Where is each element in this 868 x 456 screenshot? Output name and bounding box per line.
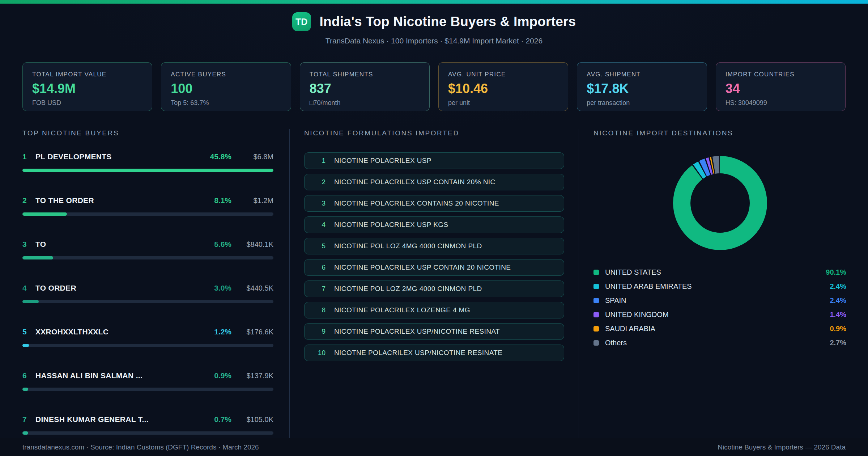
buyer-rank: 3 xyxy=(22,240,35,249)
stat-card-subtext: Top 5: 63.7% xyxy=(171,99,281,107)
stat-card-value: 34 xyxy=(726,82,836,95)
formulation-rank: 7 xyxy=(313,285,326,293)
buyer-percent: 0.7% xyxy=(198,415,231,424)
stat-card-subtext: per unit xyxy=(448,99,558,107)
buyer-rank: 7 xyxy=(22,415,35,424)
formulation-name: NICOTINE POLACRILEX CONTAINS 20 NICOTINE xyxy=(334,199,499,207)
stat-card: IMPORT COUNTRIES 34 HS: 30049099 xyxy=(716,62,846,111)
formulation-item: 10 NICOTNE POLACRILEX USP/NICOTINE RESIN… xyxy=(304,345,564,361)
destinations-section-title: NICOTINE IMPORT DESTINATIONS xyxy=(593,129,846,137)
destinations-section: NICOTINE IMPORT DESTINATIONS UNITED STAT… xyxy=(579,129,868,456)
page-title: India's Top Nicotine Buyers & Importers xyxy=(320,14,576,29)
buyer-progress-track xyxy=(22,300,273,303)
legend-label: SAUDI ARABIA xyxy=(605,325,655,333)
formulation-item: 8 NICOTINE POLACRILEX LOZENGE 4 MG xyxy=(304,302,564,318)
logo-badge: TD xyxy=(292,12,311,31)
stat-card: AVG. SHIPMENT $17.8K per transaction xyxy=(577,62,707,111)
formulation-rank: 1 xyxy=(313,157,326,165)
formulation-rank: 3 xyxy=(313,199,326,207)
stat-card-subtext: FOB USD xyxy=(32,99,142,107)
buyer-rank: 1 xyxy=(22,152,35,161)
buyer-percent: 45.8% xyxy=(198,152,231,161)
destinations-legend: UNITED STATES 90.1% UNITED ARAB EMIRATES… xyxy=(593,265,846,350)
buyer-progress-fill xyxy=(22,344,29,347)
buyer-name: HASSAN ALI BIN SALMAN ... xyxy=(35,371,142,380)
stat-card: ACTIVE BUYERS 100 Top 5: 63.7% xyxy=(161,62,291,111)
stat-card-value: $10.46 xyxy=(448,82,558,95)
legend-label: SPAIN xyxy=(605,296,626,305)
stat-card-label: TOTAL SHIPMENTS xyxy=(310,71,420,78)
buyer-name: XXROHXXLTHXXLC xyxy=(35,328,109,336)
page-header: TD India's Top Nicotine Buyers & Importe… xyxy=(0,4,868,54)
stat-card-label: ACTIVE BUYERS xyxy=(171,71,281,78)
formulation-rank: 10 xyxy=(313,349,326,357)
formulation-rank: 6 xyxy=(313,263,326,271)
buyer-progress-fill xyxy=(22,256,53,259)
buyer-row: 2 TO THE ORDER 8.1% $1.2M xyxy=(22,196,273,216)
buyer-row: 3 TO 5.6% $840.1K xyxy=(22,240,273,259)
formulation-rank: 9 xyxy=(313,328,326,335)
buyer-percent: 3.0% xyxy=(198,284,231,292)
formulation-rank: 5 xyxy=(313,242,326,250)
buyer-value: $440.5K xyxy=(236,284,273,292)
top-accent-bar xyxy=(0,0,868,4)
buyer-name: DINESH KUMAR GENERAL T... xyxy=(35,415,149,424)
stat-card: AVG. UNIT PRICE $10.46 per unit xyxy=(438,62,568,111)
buyer-progress-track xyxy=(22,431,273,435)
formulation-name: NICOTINE POL LOZ 4MG 4000 CINMON PLD xyxy=(334,242,482,250)
formulations-section: NICOTINE FORMULATIONS IMPORTED 1 NICOTIN… xyxy=(289,129,579,456)
page-subtitle: TransData Nexus · 100 Importers · $14.9M… xyxy=(0,37,868,45)
formulations-list: 1 NICOTINE POLACRILEX USP 2 NICOTINE POL… xyxy=(304,152,564,361)
formulation-name: NICOTINE POLACRILEX USP CONTAIN 20% NIC xyxy=(334,178,495,186)
buyer-rank: 5 xyxy=(22,328,35,336)
top-buyers-section: TOP NICOTINE BUYERS 1 PL DEVELOPMENTS 45… xyxy=(0,129,289,456)
formulation-name: NICOTNE POLACRILEX USP/NICOTINE RESINATE xyxy=(334,349,502,357)
stat-card-subtext: □70/month xyxy=(310,99,420,107)
buyer-progress-track xyxy=(22,388,273,391)
buyer-progress-track xyxy=(22,212,273,216)
stat-card-value: 837 xyxy=(310,82,420,95)
legend-percent: 2.4% xyxy=(830,282,846,291)
stat-card-label: TOTAL IMPORT VALUE xyxy=(32,71,142,78)
buyer-value: $1.2M xyxy=(236,197,273,205)
stat-card-value: 100 xyxy=(171,82,281,95)
legend-label: UNITED STATES xyxy=(605,268,661,276)
buyer-name: TO THE ORDER xyxy=(35,196,94,205)
formulation-rank: 8 xyxy=(313,306,326,314)
buyer-row: 7 DINESH KUMAR GENERAL T... 0.7% $105.0K xyxy=(22,415,273,435)
buyer-progress-fill xyxy=(22,431,28,435)
legend-percent: 2.4% xyxy=(830,296,846,305)
footer-dataset-text: Nicotine Buyers & Importers — 2026 Data xyxy=(718,443,846,451)
stat-card-subtext: HS: 30049099 xyxy=(726,99,836,107)
import-destinations-donut-chart xyxy=(669,152,771,254)
legend-swatch xyxy=(593,340,599,346)
formulation-item: 1 NICOTINE POLACRILEX USP xyxy=(304,152,564,169)
stat-card-value: $14.9M xyxy=(32,82,142,95)
legend-item: UNITED STATES 90.1% xyxy=(593,265,846,279)
buyer-row: 4 TO ORDER 3.0% $440.5K xyxy=(22,284,273,303)
stat-card-label: AVG. SHIPMENT xyxy=(587,71,697,78)
legend-percent: 0.9% xyxy=(830,325,846,333)
formulation-rank: 2 xyxy=(313,178,326,186)
donut-slice xyxy=(682,165,758,241)
stat-card-label: IMPORT COUNTRIES xyxy=(726,71,836,78)
buyer-row: 5 XXROHXXLTHXXLC 1.2% $176.6K xyxy=(22,328,273,347)
buyer-percent: 8.1% xyxy=(198,196,231,205)
legend-swatch xyxy=(593,270,599,275)
buyer-value: $176.6K xyxy=(236,328,273,336)
footer-source-text: transdatanexus.com · Source: Indian Cust… xyxy=(22,443,259,451)
formulation-name: NICOTINE POLACRILEX USP/NICOTINE RESINAT xyxy=(334,328,500,335)
buyer-value: $840.1K xyxy=(236,240,273,249)
stat-card: TOTAL SHIPMENTS 837 □70/month xyxy=(300,62,430,111)
top-buyers-list: 1 PL DEVELOPMENTS 45.8% $6.8M 2 TO THE O… xyxy=(22,152,273,435)
main-content: TOP NICOTINE BUYERS 1 PL DEVELOPMENTS 45… xyxy=(0,129,868,439)
buyer-percent: 0.9% xyxy=(198,371,231,380)
stat-card-subtext: per transaction xyxy=(587,99,697,107)
buyer-row: 1 PL DEVELOPMENTS 45.8% $6.8M xyxy=(22,152,273,172)
page-footer: transdatanexus.com · Source: Indian Cust… xyxy=(0,438,868,456)
formulation-name: NICOTINE POLACRILEX USP CONTAIN 20 NICOT… xyxy=(334,263,511,271)
legend-percent: 90.1% xyxy=(826,268,846,276)
legend-label: UNITED ARAB EMIRATES xyxy=(605,282,692,291)
legend-item: SPAIN 2.4% xyxy=(593,294,846,308)
legend-swatch xyxy=(593,312,599,317)
